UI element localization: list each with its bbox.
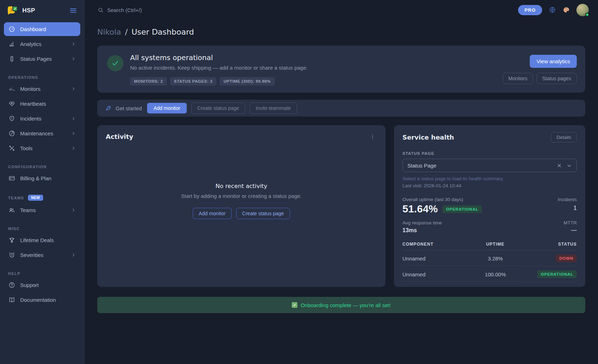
component-name: Unnamed (402, 268, 468, 282)
activity-empty-state: No recent activity Start by adding a mon… (106, 183, 377, 219)
col-component: COMPONENT (402, 240, 468, 251)
component-uptime: 100.00% (468, 268, 523, 282)
tools-icon (8, 145, 15, 152)
app-root: ! ✓ HSP Dashboard Analytics Status Pages… (0, 0, 598, 364)
uptime-label: Overall uptime (last 30 days) (402, 197, 482, 202)
last-visit-text: Last visit: 2026-01-24 10:44 (402, 183, 577, 188)
activity-menu-button[interactable] (368, 132, 377, 141)
trophy-icon (8, 237, 15, 243)
heartbeat-icon (8, 100, 15, 107)
search (98, 7, 227, 13)
gauge-icon (8, 26, 15, 33)
breadcrumb-separator: / (125, 28, 128, 36)
help-circle-icon (8, 282, 15, 288)
main-area: PRO Nikola / (85, 0, 598, 364)
chevron-right-icon (71, 116, 76, 121)
search-input[interactable] (107, 7, 227, 13)
hero-title: All systems operational (130, 53, 308, 62)
invite-teammate-button[interactable]: Invite teammate (250, 102, 297, 114)
section-configuration: CONFIGURATION (0, 165, 84, 169)
incidents-label: Incidents (558, 197, 577, 202)
empty-create-status-page-button[interactable]: Create status page (236, 208, 290, 219)
sidebar-item-lifetime-deals[interactable]: Lifetime Deals (4, 233, 80, 247)
topbar-actions: PRO (518, 4, 589, 16)
table-row: Unnamed 100.00% OPERATIONAL (402, 266, 577, 282)
chevron-down-icon[interactable] (567, 163, 572, 168)
hero-subtitle: No active incidents. Keep shipping — add… (130, 65, 308, 71)
clear-selection-icon[interactable] (557, 163, 562, 168)
status-hero-card: All systems operational No active incide… (97, 46, 585, 93)
sidebar-item-analytics[interactable]: Analytics (4, 37, 80, 51)
users-icon (8, 207, 15, 213)
bar-chart-icon (8, 41, 15, 47)
table-header-row: COMPONENT UPTIME STATUS (402, 240, 577, 251)
cards-row: Activity No recent activity Start by add… (97, 125, 585, 287)
theme-button[interactable] (563, 6, 570, 13)
mttr-label: MTTR (564, 220, 577, 225)
breadcrumb: Nikola / User Dashboard (97, 28, 585, 36)
onboarding-message: Onboarding complete — you're all set! (301, 302, 391, 308)
status-page-select[interactable]: Status Page (402, 159, 577, 172)
sidebar-item-status-pages[interactable]: Status Pages (4, 52, 80, 66)
sidebar: ! ✓ HSP Dashboard Analytics Status Pages… (0, 0, 85, 364)
uptime-status-badge: OPERATIONAL (442, 205, 482, 213)
empty-add-monitor-button[interactable]: Add monitor (193, 208, 231, 219)
create-status-page-button[interactable]: Create status page (191, 102, 245, 114)
sidebar-toggle-button[interactable] (69, 7, 77, 14)
uptime-value: 51.64% (402, 203, 438, 215)
sidebar-item-teams[interactable]: Teams (4, 203, 80, 217)
section-help: HELP (0, 271, 84, 276)
sidebar-item-tools[interactable]: Tools (4, 141, 80, 155)
service-health-title: Service health (402, 134, 454, 141)
onboarding-banner: ✓ Onboarding complete — you're all set! (97, 297, 585, 313)
chevron-right-icon (71, 131, 76, 136)
get-started-strip: Get started Add monitor Create status pa… (97, 100, 585, 117)
select-helper-text: Select a status page to load its health … (402, 176, 577, 181)
sidebar-item-incidents[interactable]: Incidents (4, 112, 80, 125)
sidebar-item-severities[interactable]: Severities (4, 248, 80, 262)
content: Nikola / User Dashboard All systems oper… (85, 20, 598, 313)
traffic-light-icon (8, 55, 15, 62)
col-status: STATUS (522, 240, 577, 251)
status-badge-operational: OPERATIONAL (537, 270, 577, 278)
alarm-clock-icon (8, 252, 15, 258)
shield-alert-icon (8, 115, 15, 122)
status-badge-down: DOWN (556, 254, 577, 262)
search-icon (98, 7, 104, 13)
language-button[interactable] (549, 6, 556, 13)
empty-state-subtitle: Start by adding a monitor or creating a … (106, 193, 377, 199)
sidebar-item-billing-plan[interactable]: Billing & Plan (4, 171, 80, 185)
sidebar-item-maintenances[interactable]: Maintenances (4, 127, 80, 140)
add-monitor-button[interactable]: Add monitor (147, 103, 186, 113)
sidebar-item-heartbeats[interactable]: Heartbeats (4, 97, 80, 111)
incidents-value: 1 (558, 205, 577, 212)
user-avatar[interactable] (576, 4, 589, 16)
col-uptime: UPTIME (468, 240, 523, 251)
pro-plan-badge[interactable]: PRO (518, 5, 542, 15)
credit-card-icon (8, 175, 15, 182)
sidebar-item-documentation[interactable]: Documentation (4, 293, 80, 307)
sidebar-item-support[interactable]: Support (4, 278, 80, 292)
monitors-count-badge: MONITORS: 2 (130, 77, 167, 86)
status-page-select-label: STATUS PAGE (402, 151, 577, 155)
sidebar-item-dashboard[interactable]: Dashboard (4, 22, 80, 36)
monitors-button[interactable]: Monitors (503, 73, 533, 84)
section-teams: TEAMS NEW (0, 195, 84, 201)
empty-state-title: No recent activity (106, 183, 377, 189)
sidebar-item-monitors[interactable]: Monitors (4, 82, 80, 96)
chevron-right-icon (71, 57, 76, 61)
breadcrumb-parent[interactable]: Nikola (97, 28, 121, 36)
kebab-icon (370, 134, 376, 140)
rocket-icon (105, 105, 112, 111)
status-pages-button[interactable]: Status pages (536, 73, 577, 84)
details-button[interactable]: Details (551, 132, 577, 142)
signal-bars-icon (8, 86, 15, 92)
brand: ! ✓ HSP (0, 0, 84, 20)
avg-response-label: Avg response time (402, 220, 442, 225)
avg-response-value: 13ms (402, 227, 442, 234)
topbar: PRO (85, 0, 598, 20)
view-analytics-button[interactable]: View analytics (530, 55, 577, 68)
section-operations: OPERATIONS (0, 75, 84, 80)
chevron-right-icon (71, 146, 76, 151)
service-health-card: Service health Details STATUS PAGE Statu… (394, 125, 585, 287)
